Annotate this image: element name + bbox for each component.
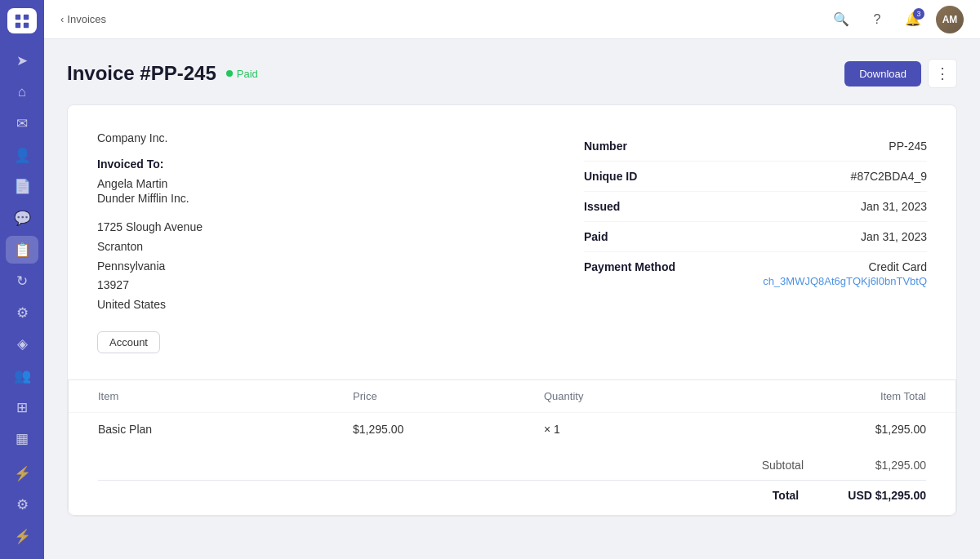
grid-icon: ⊞ [16, 399, 28, 416]
sidebar-item-integrations[interactable]: ◈ [6, 331, 38, 359]
sidebar-item-bolt-bottom[interactable]: ⚡ [6, 522, 38, 551]
sidebar-item-bolt[interactable]: ⚡ [6, 459, 38, 488]
search-icon: 🔍 [833, 11, 849, 27]
payment-method-link[interactable]: ch_3MWJQ8At6gTQKj6l0bnTVbtQ [763, 275, 927, 287]
sidebar-item-send[interactable]: ➤ [6, 47, 38, 75]
subtotal-value: $1,295.00 [853, 459, 926, 472]
table-totals: Subtotal $1,295.00 Total USD $1,295.00 [69, 446, 956, 515]
send-icon: ➤ [16, 52, 28, 69]
number-label: Number [584, 140, 627, 153]
total-row: Total USD $1,295.00 [98, 480, 926, 507]
sync-icon: ↻ [16, 273, 28, 290]
issued-value: Jan 31, 2023 [861, 200, 927, 213]
search-button[interactable]: 🔍 [828, 7, 854, 33]
col-item-total: Item Total [735, 390, 926, 402]
invoice-left: Company Inc. Invoiced To: Angela Martin … [97, 131, 551, 353]
billing-icon: 📋 [14, 242, 31, 259]
meta-issued-row: Issued Jan 31, 2023 [584, 192, 927, 222]
issued-label: Issued [584, 200, 620, 213]
invoice-right: Number PP-245 Unique ID #87C2BDA4_9 Issu… [584, 131, 927, 353]
payment-method-label: Payment Method [584, 260, 675, 273]
bolt-icon: ⚡ [14, 465, 31, 482]
topbar: ‹ Invoices 🔍 ? 🔔 3 AM [44, 0, 980, 39]
notifications-button[interactable]: 🔔 3 [900, 7, 926, 33]
sidebar: ➤ ⌂ ✉ 👤 📄 💬 📋 ↻ ⚙ ◈ 👥 ⊞ ▦ ⚡ ⚙ ⚡ [0, 0, 44, 559]
home-icon: ⌂ [18, 84, 26, 100]
status-badge: Paid [226, 68, 258, 80]
contact-name: Angela Martin [97, 177, 551, 190]
ellipsis-icon: ⋮ [935, 64, 950, 82]
number-value: PP-245 [889, 140, 927, 153]
address-line2: Scranton [97, 237, 551, 257]
address-line3: Pennsylvania [97, 257, 551, 277]
svg-rect-2 [16, 22, 20, 27]
sidebar-item-settings[interactable]: ⚙ [6, 299, 38, 327]
chevron-left-icon: ‹ [60, 13, 64, 25]
sidebar-item-users[interactable]: 👤 [6, 141, 38, 170]
subtotal-row: Subtotal $1,295.00 [98, 454, 926, 477]
total-value: USD $1,295.00 [848, 489, 926, 502]
status-dot [226, 70, 233, 77]
col-price: Price [353, 390, 544, 402]
page-header: Invoice #PP-245 Paid Download ⋮ [67, 59, 957, 88]
address-block: 1725 Slough Avenue Scranton Pennsylvania… [97, 218, 551, 315]
meta-unique-id-row: Unique ID #87C2BDA4_9 [584, 162, 927, 192]
integrations-icon: ◈ [17, 335, 28, 353]
sidebar-item-messages[interactable]: 💬 [6, 204, 38, 233]
sidebar-item-billing[interactable]: 📋 [6, 236, 38, 264]
invoice-details-section: Company Inc. Invoiced To: Angela Martin … [68, 105, 956, 379]
sidebar-item-grid[interactable]: ⊞ [6, 393, 38, 422]
row-item: Basic Plan [98, 423, 353, 436]
invoice-table: Item Price Quantity Item Total Basic Pla… [68, 379, 956, 516]
main-area: ‹ Invoices 🔍 ? 🔔 3 AM Invoice #PP-245 [44, 0, 980, 559]
help-button[interactable]: ? [864, 7, 890, 33]
sidebar-item-sync[interactable]: ↻ [6, 267, 38, 295]
unique-id-value: #87C2BDA4_9 [851, 170, 927, 183]
notification-badge: 3 [913, 8, 924, 20]
download-button[interactable]: Download [844, 61, 921, 87]
bolt-bottom-icon: ⚡ [14, 528, 31, 545]
invoiced-to-label: Invoiced To: [97, 157, 551, 171]
sidebar-item-inbox[interactable]: ✉ [6, 109, 38, 138]
more-options-button[interactable]: ⋮ [928, 59, 957, 88]
header-actions: Download ⋮ [844, 59, 957, 88]
sidebar-item-reports[interactable]: 📄 [6, 173, 38, 202]
meta-payment-row: Payment Method Credit Card ch_3MWJQ8At6g… [584, 252, 927, 295]
svg-rect-3 [24, 22, 29, 27]
sidebar-item-dashboard[interactable]: ▦ [6, 424, 38, 453]
content-area: Invoice #PP-245 Paid Download ⋮ Company … [44, 39, 980, 559]
avatar[interactable]: AM [936, 6, 964, 33]
sidebar-item-home[interactable]: ⌂ [6, 78, 38, 107]
back-label: Invoices [67, 13, 106, 25]
table-row: Basic Plan $1,295.00 × 1 $1,295.00 [69, 412, 956, 446]
col-item: Item [98, 390, 353, 402]
topbar-icons: 🔍 ? 🔔 3 AM [828, 6, 964, 33]
meta-paid-row: Paid Jan 31, 2023 [584, 222, 927, 252]
invoice-top: Company Inc. Invoiced To: Angela Martin … [97, 131, 927, 353]
payment-method-value-group: Credit Card ch_3MWJQ8At6gTQKj6l0bnTVbtQ [763, 260, 927, 287]
reports-icon: 📄 [14, 178, 31, 195]
status-label: Paid [237, 68, 258, 80]
invoice-card: Company Inc. Invoiced To: Angela Martin … [67, 104, 957, 517]
sidebar-item-gear-bottom[interactable]: ⚙ [6, 491, 38, 520]
sidebar-item-team[interactable]: 👥 [6, 362, 38, 390]
page-title: Invoice #PP-245 [67, 62, 216, 85]
svg-rect-0 [16, 14, 20, 19]
app-logo[interactable] [7, 8, 37, 33]
gear-bottom-icon: ⚙ [16, 496, 29, 513]
row-item-total: $1,295.00 [735, 423, 926, 436]
client-company: Dunder Mifflin Inc. [97, 192, 551, 205]
address-line5: United States [97, 295, 551, 315]
team-icon: 👥 [14, 367, 31, 384]
help-icon: ? [874, 12, 881, 27]
settings-icon: ⚙ [16, 304, 29, 322]
account-button[interactable]: Account [97, 331, 160, 353]
meta-number-row: Number PP-245 [584, 131, 927, 162]
back-link[interactable]: ‹ Invoices [60, 13, 106, 25]
inbox-icon: ✉ [16, 115, 28, 132]
row-price: $1,295.00 [353, 423, 544, 436]
avatar-initials: AM [942, 14, 958, 25]
unique-id-label: Unique ID [584, 170, 637, 183]
users-icon: 👤 [14, 147, 31, 164]
paid-label: Paid [584, 230, 608, 243]
